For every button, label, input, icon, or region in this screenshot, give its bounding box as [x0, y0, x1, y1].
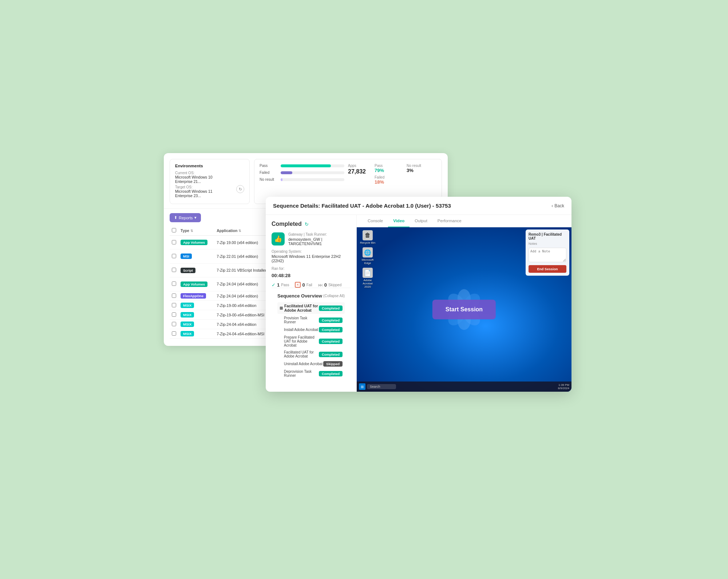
fail-bar-track [281, 171, 344, 174]
sequence-item[interactable]: Deprovision Task Runner Completed [277, 368, 345, 379]
type-badge: App Volumes [181, 281, 207, 287]
status-text: Completed [272, 221, 302, 227]
desktop-icons: 🗑 Recycle Bin 🌐 Microsoft Edge 📄 Adobe A… [360, 230, 376, 288]
fail-label: Fail [306, 283, 312, 287]
seq-item-name: Facilitated UAT for Adobe Acrobat [284, 350, 319, 358]
sequence-item[interactable]: Install Adobe Acrobat Completed [277, 326, 345, 334]
sequence-item[interactable]: Provision Task Runner Completed [277, 315, 345, 325]
row-checkbox[interactable] [172, 281, 176, 286]
current-os-label: Current OS: [175, 171, 226, 175]
pass-bar-label: Pass [260, 164, 278, 168]
sequence-group-name: ⊞ Facilitated UAT for Adobe Acrobat [280, 304, 319, 312]
seq-item-name: Provision Task Runner [284, 316, 319, 324]
select-all-checkbox[interactable] [172, 228, 176, 232]
back-button[interactable]: ‹ Back [551, 203, 564, 208]
desktop-icon-label: Recycle Bin [360, 241, 375, 244]
ran-for-label: Ran for: [272, 267, 351, 271]
refresh-status-icon[interactable]: ↻ [305, 221, 309, 227]
detail-header: Sequence Details: Facilitated UAT - Adob… [266, 197, 571, 215]
detail-body: Completed ↻ 👍 Gateway | Task Runner: dem… [266, 215, 571, 392]
sequence-section: Sequence Overview (Collapse All) ⊞ Facil… [272, 288, 351, 386]
screenshot-container: Environments Current OS: Microsoft Windo… [164, 153, 564, 426]
desktop-icon-label: Adobe Acrobat 2020 [360, 279, 376, 288]
desktop-icon[interactable]: 📄 Adobe Acrobat 2020 [360, 268, 376, 288]
taskbar-search[interactable]: Search [367, 384, 396, 389]
seq-item-status: Completed [319, 371, 343, 376]
row-checkbox[interactable] [172, 268, 176, 272]
no-result-pct-label: No result [407, 164, 436, 168]
reports-button[interactable]: ⬆ Reports ▾ [170, 213, 201, 222]
seq-item-status: Completed [319, 352, 343, 357]
desktop-icon[interactable]: 🌐 Microsoft Edge [360, 247, 376, 265]
desktop-icon[interactable]: 🗑 Recycle Bin [360, 230, 376, 244]
grid-icon: ⊞ [280, 306, 283, 310]
tab-output[interactable]: Output [410, 215, 432, 227]
sequence-group-status: Completed [319, 306, 343, 311]
row-checkbox[interactable] [172, 294, 176, 298]
type-badge: App Volumes [181, 240, 207, 245]
fail-item: ✕ 0 Fail [295, 282, 312, 288]
refresh-button[interactable]: ↻ [236, 185, 244, 193]
skip-item: ⏭ 0 Skipped [318, 282, 341, 288]
pass-bar-track [281, 164, 344, 167]
pass-check-icon: ✓ [272, 282, 276, 288]
fail-pct-label: Failed [375, 175, 404, 179]
sequence-item[interactable]: Uninstall Adobe Acrobat Skipped [277, 360, 345, 368]
type-badge: Script [181, 268, 195, 273]
notes-panel-title: Remo3 | Facilitated UAT [529, 232, 566, 240]
pass-label: Pass [281, 283, 289, 287]
start-menu-button[interactable]: ⊞ [359, 383, 365, 390]
current-os-row: Current OS: Microsoft Windows 10 Enterpr… [175, 171, 244, 184]
sequence-group: ⊞ Facilitated UAT for Adobe Acrobat Comp… [277, 302, 345, 379]
pass-count: 1 [277, 282, 280, 288]
fail-bar-label: Failed [260, 171, 278, 175]
pass-pct-label: Pass [375, 164, 404, 168]
os-value: Microsoft Windows 11 Enterprise 22H2 (22… [272, 254, 351, 263]
row-checkbox[interactable] [172, 254, 176, 258]
tabs-row: ConsoleVideoOutputPerformance [357, 215, 571, 227]
target-os-row: Target OS: Microsoft Windows 11 Enterpri… [175, 185, 244, 198]
tab-console[interactable]: Console [363, 215, 388, 227]
detail-title: Sequence Details: Facilitated UAT - Adob… [273, 203, 451, 209]
sequence-group-header: ⊞ Facilitated UAT for Adobe Acrobat Comp… [277, 302, 345, 314]
type-badge: MSIX [181, 303, 194, 308]
start-session-button[interactable]: Start Session [432, 300, 496, 319]
notes-panel: Remo3 | Facilitated UAT Notes End Sessio… [526, 229, 569, 276]
sequence-item[interactable]: Facilitated UAT for Adobe Acrobat Comple… [277, 349, 345, 359]
gateway-label: Gateway | Task Runner: [288, 232, 351, 236]
end-session-button[interactable]: End Session [529, 265, 566, 273]
thumb-up-icon: 👍 [272, 232, 285, 245]
seq-item-status: Completed [319, 327, 343, 332]
pass-item: ✓ 1 Pass [272, 282, 289, 288]
fail-x-icon: ✕ [295, 282, 301, 288]
tab-performance[interactable]: Performance [432, 215, 467, 227]
sequence-item[interactable]: Prepare Facilitated UAT for Adobe Acroba… [277, 334, 345, 348]
apps-label: Apps [348, 164, 356, 168]
fail-bar-fill [281, 171, 292, 174]
current-os-value: Microsoft Windows 10 Enterprise 21... [175, 175, 226, 184]
fail-bar-row: Failed [260, 171, 344, 175]
type-badge: MSI [181, 253, 192, 259]
pass-pct-cell: Pass 79% [375, 164, 404, 173]
no-result-pct-value: 3% [407, 168, 436, 173]
desktop-icon-img: 📄 [363, 268, 373, 278]
row-checkbox[interactable] [172, 331, 176, 336]
no-result-bar-fill [281, 178, 282, 181]
row-checkbox[interactable] [172, 312, 176, 317]
row-checkbox[interactable] [172, 240, 176, 244]
right-panel: ConsoleVideoOutputPerformance [357, 215, 571, 392]
seq-item-status: Completed [319, 339, 343, 344]
add-note-input[interactable] [529, 248, 566, 262]
win-taskbar: ⊞ Search 1:39 PM 8/9/2024 [357, 382, 571, 392]
seq-item-name: Install Adobe Acrobat [284, 328, 318, 332]
no-result-bar-label: No result [260, 177, 278, 181]
sequence-items-container: Provision Task Runner Completed Install … [277, 315, 345, 379]
seq-item-name: Uninstall Adobe Acrobat [284, 362, 323, 366]
row-checkbox[interactable] [172, 303, 176, 307]
tab-video[interactable]: Video [388, 215, 410, 227]
pass-bar-row: Pass [260, 164, 344, 168]
seq-item-name: Prepare Facilitated UAT for Adobe Acroba… [284, 335, 319, 347]
collapse-all-button[interactable]: (Collapse All) [323, 294, 345, 298]
pass-fail-skip-row: ✓ 1 Pass ✕ 0 Fail ⏭ 0 Skipped [272, 282, 351, 288]
row-checkbox[interactable] [172, 322, 176, 326]
